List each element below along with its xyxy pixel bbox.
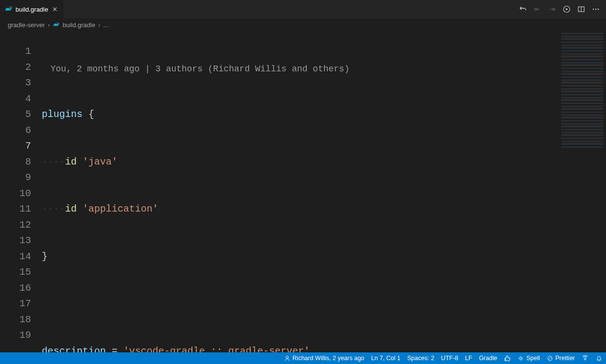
editor-actions xyxy=(519,5,606,14)
svg-point-0 xyxy=(535,8,537,10)
gitlens-blame-header[interactable]: You, 2 months ago | 3 authors (Richard W… xyxy=(42,63,558,75)
revert-icon[interactable] xyxy=(519,5,527,14)
svg-point-1 xyxy=(553,8,555,10)
line-number: 9 xyxy=(0,170,31,186)
line-number: 6 xyxy=(0,123,31,139)
svg-point-4 xyxy=(593,9,594,10)
minimap-content xyxy=(561,33,603,149)
line-number: 12 xyxy=(0,217,31,233)
line-number: 10 xyxy=(0,186,31,202)
code-editor[interactable]: 1 2 3 4 5 6 7 8 9 10 11 12 13 14 15 16 1… xyxy=(0,31,606,352)
status-spell[interactable]: Spell xyxy=(518,355,540,362)
status-notifications[interactable] xyxy=(595,355,602,362)
breadcrumb[interactable]: gradle-server › build.gradle › ... xyxy=(0,18,606,31)
chevron-right-icon: › xyxy=(48,21,50,29)
tab-build-gradle[interactable]: build.gradle xyxy=(0,0,64,18)
prohibit-icon xyxy=(547,355,554,362)
svg-point-6 xyxy=(598,9,599,10)
tab-filename: build.gradle xyxy=(16,6,48,13)
line-number: 8 xyxy=(0,154,31,170)
split-editor-icon[interactable] xyxy=(577,5,586,14)
line-number: 19 xyxy=(0,328,31,344)
status-prettier[interactable]: Prettier xyxy=(547,355,575,362)
line-number: 11 xyxy=(0,201,31,217)
line-number: 1 xyxy=(0,44,31,60)
status-cursor-position[interactable]: Ln 7, Col 1 xyxy=(371,355,400,362)
minimap[interactable] xyxy=(558,31,606,352)
breadcrumb-file[interactable]: build.gradle xyxy=(63,21,95,29)
chevron-right-icon: › xyxy=(98,21,100,29)
line-number: 7 xyxy=(0,138,31,154)
more-actions-icon[interactable] xyxy=(591,5,600,14)
line-number: 13 xyxy=(0,233,31,249)
breadcrumb-folder[interactable]: gradle-server xyxy=(8,21,45,29)
status-bar: Richard Willis, 2 years ago Ln 7, Col 1 … xyxy=(0,352,606,364)
status-indentation[interactable]: Spaces: 2 xyxy=(407,355,435,362)
status-encoding[interactable]: UTF-8 xyxy=(441,355,458,362)
broadcast-icon xyxy=(582,355,589,362)
tabs-bar: build.gradle xyxy=(0,0,606,18)
svg-point-10 xyxy=(584,358,586,360)
svg-point-5 xyxy=(595,9,597,10)
run-icon[interactable] xyxy=(562,5,571,14)
line-number: 4 xyxy=(0,91,31,107)
status-live-share[interactable] xyxy=(582,355,589,362)
person-icon xyxy=(284,355,290,362)
thumbs-up-icon xyxy=(504,355,511,362)
line-number: 3 xyxy=(0,75,31,91)
line-number-gutter: 1 2 3 4 5 6 7 8 9 10 11 12 13 14 15 16 1… xyxy=(0,31,42,352)
status-blame[interactable]: Richard Willis, 2 years ago xyxy=(284,355,364,362)
next-change-icon[interactable] xyxy=(548,5,556,14)
line-number: 16 xyxy=(0,281,31,297)
gradle-file-icon xyxy=(5,5,13,13)
tab-close-icon[interactable] xyxy=(51,5,59,13)
line-number: 5 xyxy=(0,107,31,123)
bell-icon xyxy=(595,355,602,362)
breadcrumb-trail[interactable]: ... xyxy=(103,21,109,29)
code-content[interactable]: You, 2 months ago | 3 authors (Richard W… xyxy=(42,31,558,352)
status-language[interactable]: Gradle xyxy=(479,355,497,362)
gradle-file-icon xyxy=(53,21,60,28)
line-number: 15 xyxy=(0,265,31,281)
status-feedback[interactable] xyxy=(504,355,511,362)
svg-point-7 xyxy=(286,356,288,358)
status-eol[interactable]: LF xyxy=(465,355,472,362)
prev-change-icon[interactable] xyxy=(533,5,542,14)
line-number: 2 xyxy=(0,60,31,76)
line-number: 17 xyxy=(0,296,31,312)
line-number: 18 xyxy=(0,312,31,328)
line-number: 14 xyxy=(0,249,31,265)
svg-point-8 xyxy=(520,357,522,359)
gear-icon xyxy=(518,355,524,362)
